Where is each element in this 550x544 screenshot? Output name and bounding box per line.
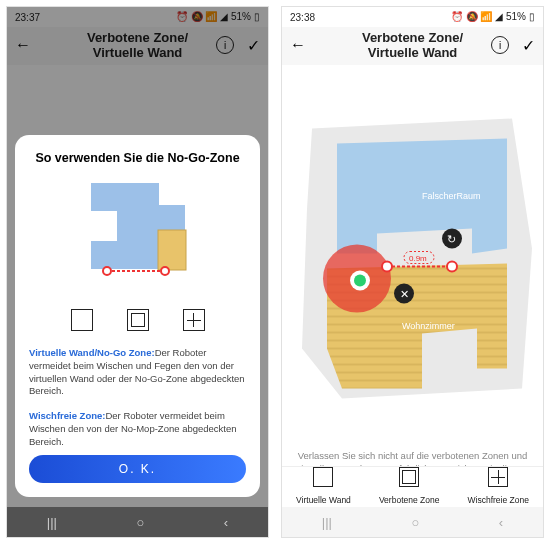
app-bar: ← Verbotene Zone/ Virtuelle Wand i ✓ [282,27,543,65]
svg-point-13 [382,262,392,272]
svg-text:↻: ↻ [447,233,456,245]
status-bar: 23:38 ⏰ 🔕 📶 ◢ 51% ▯ [282,7,543,27]
svg-point-6 [161,267,169,275]
zone-icon-nogo [127,309,149,331]
svg-point-14 [447,262,457,272]
modal-para2: Wischfreie Zone:Der Roboter vermeidet be… [29,410,246,448]
svg-rect-3 [158,230,186,270]
zone-icon-wall [71,309,93,331]
svg-point-11 [354,275,366,287]
wall-length-label: 0.9m [409,254,427,263]
tool-nomop-zone[interactable]: Wischfreie Zone [468,467,529,507]
nogo-help-modal: So verwenden Sie die No-Go-Zone Vir [15,135,260,497]
ok-button[interactable]: O. K. [29,455,246,483]
nav-home[interactable]: ○ [411,515,419,530]
back-icon[interactable]: ← [290,36,306,54]
status-time: 23:38 [290,12,315,23]
nav-home[interactable]: ○ [136,515,144,530]
phone-right: 23:38 ⏰ 🔕 📶 ◢ 51% ▯ ← Verbotene Zone/ Vi… [281,6,544,538]
nav-back[interactable]: ‹ [499,515,503,530]
svg-rect-2 [159,183,185,205]
android-nav: ||| ○ ‹ [7,507,268,537]
zone-toolbar: Virtuelle Wand Verbotene Zone Wischfreie… [282,466,543,507]
modal-illustration [29,175,246,295]
zone-icon-nomop [183,309,205,331]
nav-recent[interactable]: ||| [47,515,57,530]
nomop-icon [488,467,508,487]
modal-title: So verwenden Sie die No-Go-Zone [29,151,246,165]
floor-map[interactable]: FalscherRaum Wohnzimmer [282,65,543,442]
tool-virtual-wall[interactable]: Virtuelle Wand [296,467,351,507]
svg-point-5 [103,267,111,275]
svg-text:✕: ✕ [400,288,409,300]
room-label-1: FalscherRaum [422,191,481,201]
battery-icon: ▯ [529,12,535,22]
wall-icon [313,467,333,487]
nav-back[interactable]: ‹ [224,515,228,530]
info-icon[interactable]: i [491,36,509,54]
nav-recent[interactable]: ||| [322,515,332,530]
status-icons: ⏰ 🔕 📶 ◢ 51% [451,12,526,22]
zone-icon-row [29,309,246,331]
svg-rect-1 [91,211,117,241]
appbar-title-l1: Verbotene Zone/ [362,31,463,46]
tool-forbidden-zone[interactable]: Verbotene Zone [379,467,440,507]
nogo-icon [399,467,419,487]
appbar-title-l2: Virtuelle Wand [362,46,463,61]
room-label-2: Wohnzimmer [402,321,455,331]
confirm-icon[interactable]: ✓ [522,36,535,55]
phone-left: 23:37 ⏰ 🔕 📶 ◢ 51% ▯ ← Verbotene Zone/ Vi… [6,6,269,538]
modal-para1: Virtuelle Wand/No-Go Zone:Der Roboter ve… [29,347,246,398]
android-nav: ||| ○ ‹ [282,507,543,537]
